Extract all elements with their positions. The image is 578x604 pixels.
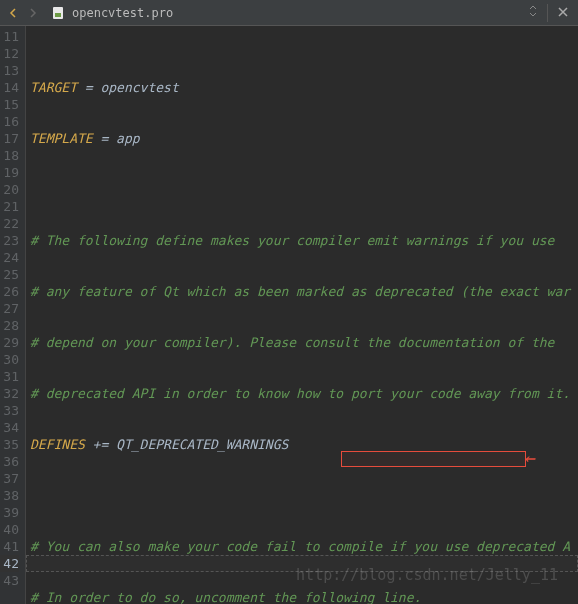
code-line: # deprecated API in order to know how to… (30, 385, 578, 402)
code-editor[interactable]: 11 12 13 14 15 16 17 18 19 20 21 22 23 2… (0, 26, 578, 604)
line-number: 19 (0, 164, 19, 181)
line-number: 34 (0, 419, 19, 436)
line-number: 31 (0, 368, 19, 385)
line-number-gutter: 11 12 13 14 15 16 17 18 19 20 21 22 23 2… (0, 26, 26, 604)
editor-toolbar: opencvtest.pro (0, 0, 578, 26)
code-line (30, 487, 578, 504)
code-line: # any feature of Qt which as been marked… (30, 283, 578, 300)
line-number: 12 (0, 45, 19, 62)
filename-label: opencvtest.pro (72, 6, 521, 20)
line-number: 27 (0, 300, 19, 317)
toolbar-divider (547, 4, 548, 22)
line-number: 21 (0, 198, 19, 215)
line-number: 35 (0, 436, 19, 453)
code-line: # The following define makes your compil… (30, 232, 578, 249)
line-number: 22 (0, 215, 19, 232)
file-type-icon (50, 5, 66, 21)
line-number: 20 (0, 181, 19, 198)
code-line: TARGET = opencvtest (30, 79, 578, 96)
line-number: 15 (0, 96, 19, 113)
code-line: # depend on your compiler). Please consu… (30, 334, 578, 351)
code-area[interactable]: TARGET = opencvtest TEMPLATE = app # The… (26, 26, 578, 604)
code-line: # In order to do so, uncomment the follo… (30, 589, 578, 604)
line-number: 42 (0, 555, 19, 572)
line-number: 24 (0, 249, 19, 266)
line-number: 30 (0, 351, 19, 368)
code-line: TEMPLATE = app (30, 130, 578, 147)
line-number: 17 (0, 130, 19, 147)
nav-back-button[interactable] (4, 4, 22, 22)
symbol-dropdown-icon[interactable] (523, 5, 543, 20)
line-number: 43 (0, 572, 19, 589)
line-number: 29 (0, 334, 19, 351)
code-line (30, 181, 578, 198)
line-number: 13 (0, 62, 19, 79)
line-number: 14 (0, 79, 19, 96)
line-number: 38 (0, 487, 19, 504)
line-number: 32 (0, 385, 19, 402)
line-number: 26 (0, 283, 19, 300)
line-number: 28 (0, 317, 19, 334)
code-line: DEFINES += QT_DEPRECATED_WARNINGS (30, 436, 578, 453)
current-line-highlight (26, 555, 578, 572)
close-button[interactable] (552, 5, 574, 20)
line-number: 25 (0, 266, 19, 283)
line-number: 33 (0, 402, 19, 419)
annotation-box (341, 451, 526, 467)
code-line: # You can also make your code fail to co… (30, 538, 578, 555)
svg-rect-1 (55, 13, 61, 17)
line-number: 23 (0, 232, 19, 249)
line-number: 16 (0, 113, 19, 130)
line-number: 36 (0, 453, 19, 470)
nav-forward-button[interactable] (24, 4, 42, 22)
line-number: 11 (0, 28, 19, 45)
line-number: 41 (0, 538, 19, 555)
line-number: 39 (0, 504, 19, 521)
line-number: 37 (0, 470, 19, 487)
line-number: 18 (0, 147, 19, 164)
line-number: 40 (0, 521, 19, 538)
